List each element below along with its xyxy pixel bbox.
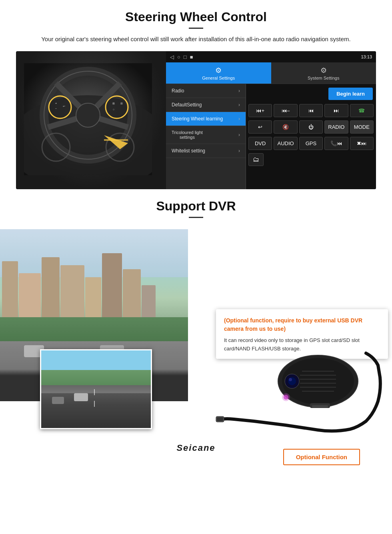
menu-default-label: DefaultSetting <box>172 102 202 108</box>
svg-point-32 <box>288 377 296 385</box>
btn-power[interactable]: ⏻ <box>299 120 323 134</box>
svg-text:+: + <box>55 102 57 105</box>
camera-svg <box>214 341 386 441</box>
menu-item-steering-wheel[interactable]: Steering Wheel learning › <box>166 112 246 126</box>
chevron-icon-tricoloured: › <box>238 132 240 138</box>
svg-point-33 <box>289 378 292 381</box>
svg-text:–: – <box>55 107 57 110</box>
btn-audio[interactable]: AUDIO <box>274 137 297 150</box>
svg-rect-21 <box>217 417 223 421</box>
back-icon[interactable]: ◁ <box>170 54 174 60</box>
tab-system-settings[interactable]: ⚙ System Settings <box>271 62 376 84</box>
btn-vol-down[interactable]: ⏮– <box>274 104 297 117</box>
menu-item-default-setting[interactable]: DefaultSetting › <box>166 98 246 112</box>
seicane-logo: Seicane <box>176 443 215 453</box>
svg-text:↩: ↩ <box>63 105 65 108</box>
btn-mute[interactable]: 🔇 <box>274 120 297 134</box>
chevron-icon-steering: › <box>238 116 240 122</box>
menu-list: Radio › DefaultSetting › Steering Wheel … <box>166 84 246 189</box>
steering-title: Steering Wheel Control <box>16 10 376 24</box>
chevron-icon-radio: › <box>238 88 240 94</box>
steering-image-area: + – ↩ ⊞ ⊞ ○ ◁ ○ □ <box>16 51 376 189</box>
dvr-title-area: Support DVR <box>0 189 392 229</box>
ctrl-btn-row3: DVD AUDIO GPS 📞⏮ ✖⏭ <box>246 135 376 152</box>
btn-dvd[interactable]: DVD <box>248 137 272 150</box>
optional-function-label: Optional Function <box>296 454 347 460</box>
android-tabs: ⚙ General Settings ⚙ System Settings <box>166 62 376 84</box>
tab-system-label: System Settings <box>308 76 339 80</box>
svg-text:○: ○ <box>113 108 114 111</box>
chevron-icon-default: › <box>238 102 240 108</box>
chevron-icon-whitelist: › <box>238 148 240 154</box>
btn-vol-up[interactable]: ⏮+ <box>248 104 272 117</box>
dvr-title: Support DVR <box>16 199 376 214</box>
svg-point-35 <box>282 393 290 401</box>
android-content: Radio › DefaultSetting › Steering Wheel … <box>166 84 376 189</box>
ctrl-btn-row2: ↩ 🔇 ⏻ RADIO MODE <box>246 119 376 135</box>
statusbar-time: 13:13 <box>361 54 372 59</box>
android-panel: ◁ ○ □ ■ 13:13 ⚙ General Settings ⚙ Syste… <box>166 51 376 189</box>
menu-item-radio[interactable]: Radio › <box>166 84 246 98</box>
home-icon[interactable]: ○ <box>177 54 180 60</box>
btn-folder[interactable]: 🗂 <box>248 153 264 166</box>
btn-mode[interactable]: MODE <box>350 120 374 134</box>
android-statusbar: ◁ ○ □ ■ 13:13 <box>166 51 376 62</box>
dvr-optional-text: (Optional function, require to buy exter… <box>224 316 380 333</box>
btn-gps[interactable]: GPS <box>299 137 323 150</box>
svg-text:⊞: ⊞ <box>120 102 123 105</box>
steering-photo: + – ↩ ⊞ ⊞ ○ <box>16 51 166 189</box>
menu-item-tricoloured[interactable]: Tricoloured lightsettings › <box>166 126 246 144</box>
btn-prev-track[interactable]: ⏮ <box>299 104 323 117</box>
btn-skip-next[interactable]: ✖⏭ <box>350 137 374 150</box>
dvr-camera-device <box>214 341 386 441</box>
system-settings-icon: ⚙ <box>320 66 327 75</box>
menu-tricoloured-label: Tricoloured lightsettings <box>172 130 203 140</box>
dvr-thumbnail <box>40 349 152 429</box>
menu-whitelist-label: Whitelist setting <box>172 148 205 154</box>
svg-point-8 <box>76 103 100 127</box>
button-grid-panel: Begin learn ⏮+ ⏮– ⏮ ⏭ ☎ ↩ 🔇 ⏻ <box>246 84 376 189</box>
svg-rect-37 <box>312 405 328 408</box>
dvr-section: Support DVR <box>0 189 392 477</box>
menu-item-whitelist[interactable]: Whitelist setting › <box>166 144 246 158</box>
statusbar-nav-icons: ◁ ○ □ ■ <box>170 54 193 60</box>
optional-function-badge: Optional Function <box>283 449 360 465</box>
btn-hang-up[interactable]: ↩ <box>248 120 272 134</box>
steering-subtitle: Your original car's steering wheel contr… <box>16 34 376 44</box>
recent-icon[interactable]: □ <box>184 54 187 60</box>
dvr-divider <box>189 217 203 218</box>
btn-next-track[interactable]: ⏭ <box>324 104 348 117</box>
begin-learn-button[interactable]: Begin learn <box>328 88 373 100</box>
menu-icon[interactable]: ■ <box>190 54 193 60</box>
ctrl-btn-row1: ⏮+ ⏮– ⏮ ⏭ ☎ <box>246 102 376 119</box>
btn-phone[interactable]: ☎ <box>350 104 374 117</box>
svg-text:⊞: ⊞ <box>112 102 115 105</box>
tab-general-label: General Settings <box>202 76 235 80</box>
btn-phone-prev[interactable]: 📞⏮ <box>324 137 348 150</box>
steering-section: Steering Wheel Control Your original car… <box>0 0 392 189</box>
btn-radio[interactable]: RADIO <box>324 120 348 134</box>
general-settings-icon: ⚙ <box>215 66 222 75</box>
dvr-image-area: (Optional function, require to buy exter… <box>0 229 392 477</box>
title-divider <box>189 28 203 29</box>
menu-steering-label: Steering Wheel learning <box>172 116 223 122</box>
menu-radio-label: Radio <box>172 88 184 94</box>
steering-wheel-svg: + – ↩ ⊞ ⊞ ○ <box>24 63 152 175</box>
tab-general-settings[interactable]: ⚙ General Settings <box>166 62 271 84</box>
